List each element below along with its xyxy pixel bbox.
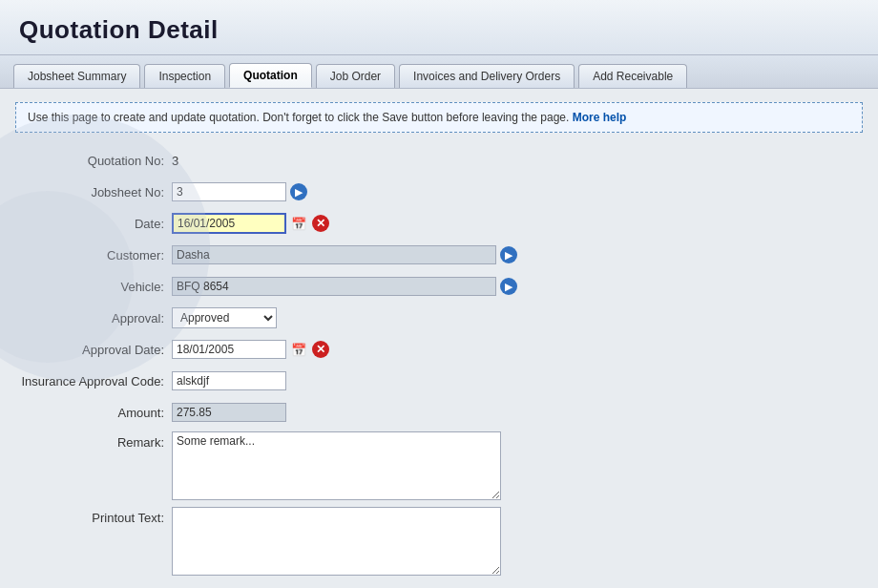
printout-text-row: Printout Text: xyxy=(19,507,859,576)
approval-row: Approval: Approved Pending Rejected xyxy=(19,305,859,330)
tab-job-order[interactable]: Job Order xyxy=(316,64,395,88)
quotation-no-label: Quotation No: xyxy=(19,154,172,168)
delete-icon-approval: ✕ xyxy=(312,341,329,358)
approval-date-clear-button[interactable]: ✕ xyxy=(311,340,330,359)
page-title: Quotation Detail xyxy=(19,15,859,45)
more-help-link[interactable]: More help xyxy=(573,111,627,124)
amount-label: Amount: xyxy=(19,406,172,420)
remark-label: Remark: xyxy=(19,431,172,450)
approval-date-calendar-button[interactable]: 📅 xyxy=(289,340,308,359)
customer-row: Customer: ▶ xyxy=(19,242,859,267)
amount-input xyxy=(172,403,286,422)
remark-textarea[interactable]: Some remark... xyxy=(172,431,501,500)
jobsheet-no-row: Jobsheet No: ▶ xyxy=(19,179,859,204)
page-wrapper: Quotation Detail Jobsheet Summary Inspec… xyxy=(0,0,878,588)
printout-text-label: Printout Text: xyxy=(19,507,172,525)
approval-label: Approval: xyxy=(19,311,172,326)
tab-jobsheet-summary[interactable]: Jobsheet Summary xyxy=(13,64,140,88)
jobsheet-no-label: Jobsheet No: xyxy=(19,185,172,200)
vehicle-label: Vehicle: xyxy=(19,280,172,294)
quotation-no-row: Quotation No: 3 xyxy=(19,148,859,173)
date-calendar-button[interactable]: 📅 xyxy=(289,214,308,233)
vehicle-input[interactable] xyxy=(172,277,496,296)
arrow-icon-vehicle: ▶ xyxy=(500,278,517,295)
date-row: Date: 📅 ✕ xyxy=(19,211,859,236)
calendar-icon: 📅 xyxy=(290,215,307,232)
insurance-code-input[interactable] xyxy=(172,371,286,390)
tab-bar: Jobsheet Summary Inspection Quotation Jo… xyxy=(0,55,878,89)
date-label: Date: xyxy=(19,217,172,231)
quotation-no-value: 3 xyxy=(172,154,178,168)
info-bar: Use this page to create and update quota… xyxy=(15,102,863,133)
remark-row: Remark: Some remark... xyxy=(19,431,859,500)
customer-input[interactable] xyxy=(172,245,496,264)
jobsheet-no-input[interactable] xyxy=(172,182,286,201)
arrow-icon-customer: ▶ xyxy=(500,246,517,263)
arrow-icon: ▶ xyxy=(290,183,307,200)
page-header: Quotation Detail xyxy=(0,0,878,55)
insurance-code-row: Insurance Approval Code: xyxy=(19,368,859,393)
tab-inspection[interactable]: Inspection xyxy=(144,64,225,88)
date-clear-button[interactable]: ✕ xyxy=(311,214,330,233)
date-input[interactable] xyxy=(172,213,286,234)
tab-quotation[interactable]: Quotation xyxy=(229,63,312,88)
tab-add-receivable[interactable]: Add Receivable xyxy=(578,64,687,88)
customer-label: Customer: xyxy=(19,248,172,262)
amount-row: Amount: xyxy=(19,400,859,425)
approval-date-label: Approval Date: xyxy=(19,343,172,357)
form-area: Quotation No: 3 Jobsheet No: ▶ Date: 📅 ✕… xyxy=(0,142,878,588)
calendar-icon-approval: 📅 xyxy=(290,341,307,358)
vehicle-row: Vehicle: ▶ xyxy=(19,274,859,299)
customer-arrow-button[interactable]: ▶ xyxy=(499,245,518,264)
printout-text-textarea[interactable] xyxy=(172,507,501,576)
info-bar-text: Use this page to create and update quota… xyxy=(28,111,569,124)
approval-select[interactable]: Approved Pending Rejected xyxy=(172,307,277,328)
vehicle-arrow-button[interactable]: ▶ xyxy=(499,277,518,296)
jobsheet-no-arrow-button[interactable]: ▶ xyxy=(289,182,308,201)
insurance-code-label: Insurance Approval Code: xyxy=(19,374,172,388)
tab-invoices-delivery[interactable]: Invoices and Delivery Orders xyxy=(399,64,575,88)
approval-date-row: Approval Date: 📅 ✕ xyxy=(19,337,859,362)
approval-date-input[interactable] xyxy=(172,340,286,359)
delete-icon: ✕ xyxy=(312,215,329,232)
